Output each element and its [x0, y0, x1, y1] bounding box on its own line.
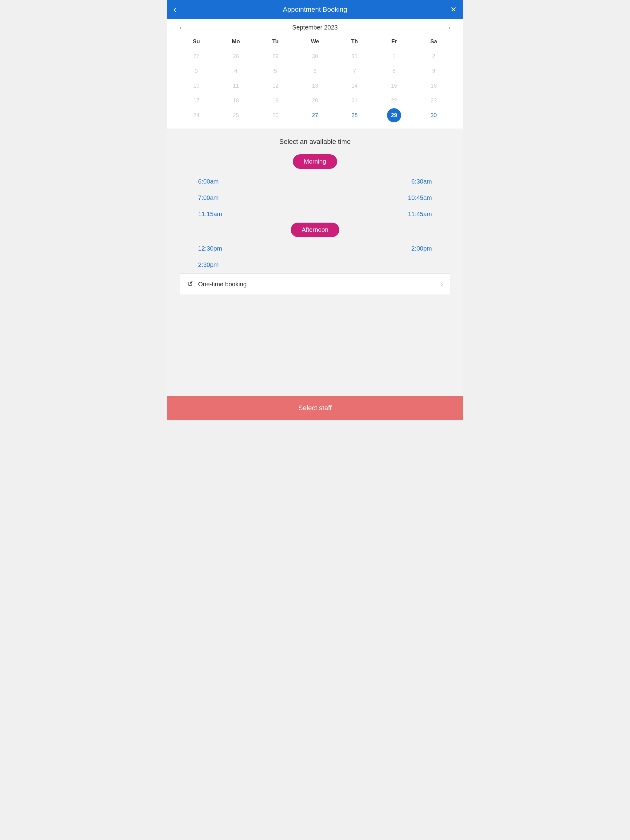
prev-month-button[interactable]: ‹ — [177, 22, 185, 33]
calendar-cell: 29 — [268, 49, 282, 63]
calendar-cell[interactable]: 30 — [427, 108, 441, 122]
calendar-day-label: Su — [177, 36, 216, 47]
calendar-cell: 24 — [189, 108, 203, 122]
calendar-day-label: Tu — [256, 36, 295, 47]
calendar-cell: 27 — [189, 49, 203, 63]
calendar-cell: 22 — [387, 93, 401, 107]
calendar-cell: 17 — [189, 93, 203, 107]
calendar-cell[interactable]: 28 — [348, 108, 362, 122]
morning-time-slots: 6:00am6:30am7:00am10:45am11:15am11:45am — [180, 176, 450, 219]
afternoon-time-slot[interactable]: 2:00pm — [321, 243, 432, 254]
time-section: Select an available time Morning 6:00am6… — [167, 128, 463, 396]
calendar-cell: 16 — [427, 79, 441, 93]
calendar-day-label: Th — [335, 36, 374, 47]
calendar-cell: 23 — [427, 93, 441, 107]
calendar-cell: 19 — [268, 93, 282, 107]
calendar-cell: 25 — [229, 108, 243, 122]
booking-type-chevron-icon: › — [441, 281, 443, 288]
calendar-cell: 2 — [427, 49, 441, 63]
afternoon-time-slot[interactable]: 12:30pm — [198, 243, 309, 254]
month-navigation: ‹ September 2023 › — [177, 24, 453, 31]
calendar-cell: 15 — [387, 79, 401, 93]
calendar-cell: 20 — [308, 93, 322, 107]
calendar-cell: 13 — [308, 79, 322, 93]
calendar-cell: 4 — [229, 64, 243, 78]
calendar-week: 24252627282930 — [177, 108, 453, 122]
calendar-day-label: Sa — [414, 36, 453, 47]
morning-time-slot[interactable]: 6:30am — [321, 176, 432, 187]
calendar-day-label: Fr — [374, 36, 414, 47]
calendar-cell: 21 — [348, 93, 362, 107]
afternoon-divider-line-left — [180, 230, 291, 230]
morning-time-slot[interactable]: 11:45am — [321, 209, 432, 219]
calendar-day-headers: SuMoTuWeThFrSa — [177, 36, 453, 47]
back-button[interactable]: ‹ — [174, 5, 176, 14]
afternoon-time-slot[interactable]: 2:30pm — [198, 259, 309, 270]
booking-type-label: One-time booking — [198, 281, 441, 288]
calendar-cell: 30 — [308, 49, 322, 63]
calendar-cell: 1 — [387, 49, 401, 63]
calendar-cell: 7 — [348, 64, 362, 78]
booking-type-row[interactable]: ↺ One-time booking › — [180, 273, 450, 295]
calendar-week: 10111213141516 — [177, 79, 453, 93]
calendar-cell: 12 — [268, 79, 282, 93]
afternoon-divider: Afternoon — [180, 223, 450, 237]
calendar-cell: 3 — [189, 64, 203, 78]
calendar-cell: 5 — [268, 64, 282, 78]
calendar-week: 3456789 — [177, 64, 453, 78]
calendar-section: ‹ September 2023 › SuMoTuWeThFrSa 272829… — [167, 19, 463, 128]
recurring-icon: ↺ — [187, 280, 193, 288]
select-time-label: Select an available time — [180, 138, 450, 146]
calendar-cell: 14 — [348, 79, 362, 93]
morning-time-slot[interactable]: 11:15am — [198, 209, 309, 219]
calendar-cell: 31 — [348, 49, 362, 63]
afternoon-time-slot[interactable] — [321, 259, 432, 270]
app-header: ‹ Appointment Booking ✕ — [167, 0, 463, 19]
afternoon-divider-line-right — [339, 230, 450, 230]
calendar-cell: 9 — [427, 64, 441, 78]
month-title: September 2023 — [292, 24, 338, 31]
afternoon-badge[interactable]: Afternoon — [291, 223, 340, 237]
calendar-grid: SuMoTuWeThFrSa 2728293031123456789101112… — [177, 36, 453, 122]
morning-time-slot[interactable]: 7:00am — [198, 193, 309, 203]
close-button[interactable]: ✕ — [450, 5, 456, 14]
calendar-cell: 6 — [308, 64, 322, 78]
calendar-cell: 8 — [387, 64, 401, 78]
morning-badge[interactable]: Morning — [293, 154, 337, 169]
calendar-day-label: Mo — [216, 36, 256, 47]
next-month-button[interactable]: › — [445, 22, 453, 33]
calendar-week: 272829303112 — [177, 49, 453, 63]
calendar-cell[interactable]: 27 — [308, 108, 322, 122]
calendar-week: 17181920212223 — [177, 93, 453, 107]
calendar-cell[interactable]: 29 — [387, 108, 401, 122]
calendar-cell: 26 — [268, 108, 282, 122]
calendar-cell: 28 — [229, 49, 243, 63]
morning-time-slot[interactable]: 10:45am — [321, 193, 432, 203]
afternoon-time-slots: 12:30pm2:00pm2:30pm — [180, 243, 450, 270]
calendar-cell: 18 — [229, 93, 243, 107]
calendar-body: 2728293031123456789101112131415161718192… — [177, 49, 453, 122]
calendar-day-label: We — [295, 36, 335, 47]
morning-time-slot[interactable]: 6:00am — [198, 176, 309, 187]
morning-period-header: Morning — [180, 154, 450, 169]
calendar-cell: 10 — [189, 79, 203, 93]
select-staff-button[interactable]: Select staff — [167, 396, 463, 420]
page-title: Appointment Booking — [283, 6, 347, 14]
calendar-cell: 11 — [229, 79, 243, 93]
